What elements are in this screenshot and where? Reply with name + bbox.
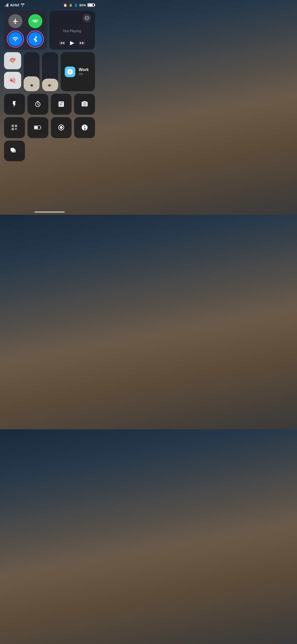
signal-bar-4 bbox=[8, 3, 8, 7]
rotation-lock-button[interactable]: 🔒 bbox=[4, 52, 21, 69]
flashlight-button[interactable] bbox=[4, 94, 25, 115]
wifi-button[interactable] bbox=[8, 32, 22, 46]
airplane-mode-button[interactable] bbox=[8, 14, 22, 28]
media-play-button[interactable]: ▶ bbox=[70, 40, 74, 46]
signal-bar-2 bbox=[6, 5, 6, 7]
brightness-icon bbox=[29, 83, 35, 88]
airplay-button[interactable] bbox=[83, 14, 91, 22]
orientation-lock-icon: 🔒 bbox=[69, 3, 73, 7]
bluetooth-button[interactable] bbox=[28, 32, 42, 46]
focus-mode-icon bbox=[65, 67, 75, 77]
battery-icon bbox=[87, 3, 94, 7]
status-left: Airtel bbox=[5, 3, 25, 7]
battery-percent: 82% bbox=[79, 3, 86, 7]
carrier-name: Airtel bbox=[10, 3, 19, 7]
camera-button[interactable] bbox=[74, 94, 95, 115]
status-bar: Airtel ⏰ 🔒 👤 82% bbox=[0, 0, 99, 9]
focus-subtitle: On bbox=[79, 72, 89, 76]
timer-button[interactable] bbox=[27, 94, 48, 115]
icon-grid-row2 bbox=[4, 117, 95, 138]
media-rewind-button[interactable]: ⏮ bbox=[59, 40, 65, 46]
media-top bbox=[53, 14, 91, 22]
mute-button[interactable] bbox=[4, 72, 21, 89]
connectivity-card bbox=[4, 11, 47, 50]
volume-icon bbox=[47, 83, 53, 88]
wifi-status-icon bbox=[20, 3, 25, 7]
svg-point-6 bbox=[60, 126, 63, 129]
focus-status-icon: 👤 bbox=[74, 3, 78, 7]
media-title: Not Playing bbox=[53, 29, 91, 33]
signal-bars bbox=[5, 3, 8, 7]
media-controls[interactable]: ⏮ ▶ ⏭ bbox=[53, 40, 91, 46]
focus-mode-card[interactable]: Work On bbox=[61, 52, 95, 91]
hotspot-button[interactable] bbox=[28, 14, 42, 28]
qr-scanner-button[interactable] bbox=[4, 117, 25, 138]
brightness-slider[interactable] bbox=[24, 52, 40, 91]
svg-rect-4 bbox=[35, 126, 38, 129]
volume-slider[interactable] bbox=[42, 52, 58, 91]
media-forward-button[interactable]: ⏭ bbox=[79, 40, 85, 46]
battery-fill bbox=[88, 4, 93, 6]
screen-mirror-button[interactable] bbox=[4, 141, 25, 162]
home-indicator bbox=[35, 211, 65, 213]
shazam-button[interactable] bbox=[74, 117, 95, 138]
row-connectivity-media: Not Playing ⏮ ▶ ⏭ bbox=[4, 11, 95, 50]
focus-text: Work On bbox=[79, 68, 89, 76]
signal-bar-1 bbox=[5, 6, 5, 7]
row-buttons-sliders: 🔒 bbox=[4, 52, 95, 91]
calculator-button[interactable] bbox=[51, 94, 72, 115]
low-power-mode-button[interactable] bbox=[27, 117, 48, 138]
battery-container bbox=[87, 3, 94, 7]
alarm-icon: ⏰ bbox=[63, 3, 67, 7]
status-right: ⏰ 🔒 👤 82% bbox=[63, 3, 94, 7]
control-center: Not Playing ⏮ ▶ ⏭ 🔒 bbox=[0, 9, 99, 163]
media-card[interactable]: Not Playing ⏮ ▶ ⏭ bbox=[49, 11, 95, 50]
icon-grid-row1 bbox=[4, 94, 95, 115]
icon-grid-row3 bbox=[4, 141, 95, 162]
focus-title: Work bbox=[79, 68, 89, 72]
sliders-group bbox=[24, 52, 58, 91]
signal-bar-3 bbox=[7, 4, 7, 7]
screen-record-button[interactable] bbox=[51, 117, 72, 138]
